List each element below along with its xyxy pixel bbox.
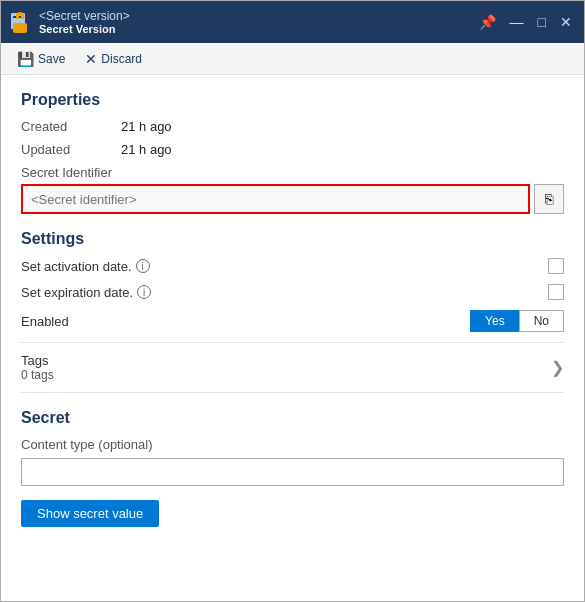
- enabled-label: Enabled: [21, 314, 470, 329]
- title-bar-left: <Secret version> Secret Version: [9, 9, 130, 35]
- title-bar-controls: 📌 — □ ✕: [475, 13, 576, 31]
- expiration-row: Set expiration date. i: [21, 284, 564, 300]
- yes-button[interactable]: Yes: [470, 310, 519, 332]
- save-label: Save: [38, 52, 65, 66]
- enabled-toggle: Yes No: [470, 310, 564, 332]
- maximize-button[interactable]: □: [534, 13, 550, 31]
- title-text-group: <Secret version> Secret Version: [39, 9, 130, 35]
- save-icon: 💾: [17, 51, 34, 67]
- show-secret-button[interactable]: Show secret value: [21, 500, 159, 527]
- activation-info-icon: i: [136, 259, 150, 273]
- updated-label: Updated: [21, 142, 121, 157]
- discard-label: Discard: [101, 52, 142, 66]
- enabled-row: Enabled Yes No: [21, 310, 564, 332]
- save-button[interactable]: 💾 Save: [13, 49, 69, 69]
- pin-button[interactable]: 📌: [475, 13, 500, 31]
- updated-value: 21 h ago: [121, 142, 172, 157]
- settings-title: Settings: [21, 230, 564, 248]
- tags-left: Tags 0 tags: [21, 353, 54, 382]
- secret-identifier-row: ⎘: [21, 184, 564, 214]
- settings-section: Settings Set activation date. i Set expi…: [21, 230, 564, 332]
- toolbar: 💾 Save ✕ Discard: [1, 43, 584, 75]
- content-type-label: Content type (optional): [21, 437, 564, 452]
- activation-label: Set activation date. i: [21, 259, 548, 274]
- expiration-info-icon: i: [137, 285, 151, 299]
- secret-identifier-label: Secret Identifier: [21, 165, 564, 180]
- chevron-right-icon: ❯: [551, 358, 564, 377]
- secret-section: Secret Content type (optional) Show secr…: [21, 409, 564, 527]
- properties-section: Properties Created 21 h ago Updated 21 h…: [21, 91, 564, 214]
- activation-row: Set activation date. i: [21, 258, 564, 274]
- expiration-label: Set expiration date. i: [21, 285, 548, 300]
- properties-title: Properties: [21, 91, 564, 109]
- tags-row[interactable]: Tags 0 tags ❯: [21, 342, 564, 393]
- tags-label: Tags: [21, 353, 54, 368]
- copy-button[interactable]: ⎘: [534, 184, 564, 214]
- activation-checkbox[interactable]: [548, 258, 564, 274]
- discard-icon: ✕: [85, 51, 97, 67]
- window-subtitle: Secret Version: [39, 23, 130, 35]
- discard-button[interactable]: ✕ Discard: [81, 49, 146, 69]
- lock-body-icon: [13, 23, 27, 33]
- no-button[interactable]: No: [519, 310, 564, 332]
- close-button[interactable]: ✕: [556, 13, 576, 31]
- created-value: 21 h ago: [121, 119, 172, 134]
- lock-shackle-icon: [16, 12, 24, 19]
- secret-identifier-input[interactable]: [21, 184, 530, 214]
- tags-count: 0 tags: [21, 368, 54, 382]
- title-bar: <Secret version> Secret Version 📌 — □ ✕: [1, 1, 584, 43]
- updated-row: Updated 21 h ago: [21, 142, 564, 157]
- copy-icon: ⎘: [545, 191, 553, 207]
- window-icon: [9, 11, 31, 33]
- content-type-input[interactable]: [21, 458, 564, 486]
- content-area: Properties Created 21 h ago Updated 21 h…: [1, 75, 584, 601]
- minimize-button[interactable]: —: [506, 13, 528, 31]
- main-window: <Secret version> Secret Version 📌 — □ ✕ …: [0, 0, 585, 602]
- expiration-checkbox[interactable]: [548, 284, 564, 300]
- created-label: Created: [21, 119, 121, 134]
- window-title: <Secret version>: [39, 9, 130, 23]
- created-row: Created 21 h ago: [21, 119, 564, 134]
- secret-title: Secret: [21, 409, 564, 427]
